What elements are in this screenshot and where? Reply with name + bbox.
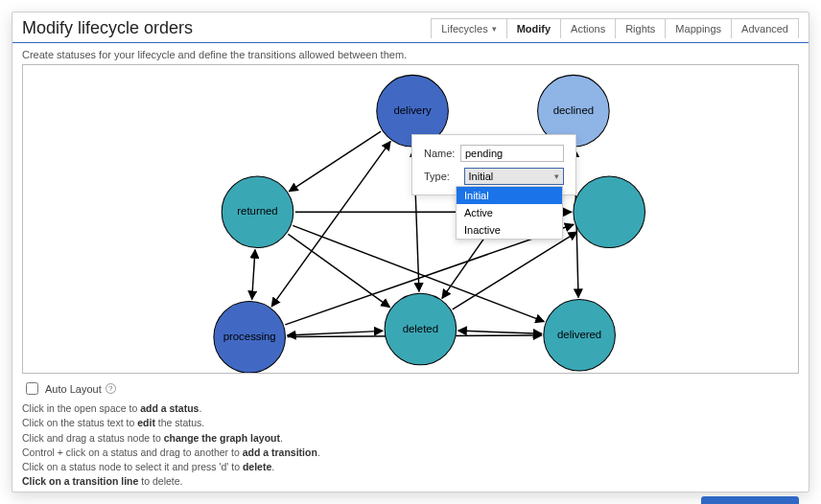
chevron-down-icon: ▾ xyxy=(492,24,497,34)
type-label: Type: xyxy=(424,171,464,182)
tab-actions[interactable]: Actions xyxy=(560,18,616,38)
status-node-processing[interactable]: processing xyxy=(214,302,286,374)
status-node-label[interactable]: processing xyxy=(223,331,276,342)
transition-edge[interactable] xyxy=(453,232,577,309)
status-name-input[interactable] xyxy=(460,145,564,162)
status-node-label[interactable]: deleted xyxy=(403,323,438,334)
help-text: Click in the open space to add a status.… xyxy=(22,401,799,489)
svg-point-3 xyxy=(574,176,645,248)
auto-layout-label: Auto Layout xyxy=(45,383,102,395)
status-node-label[interactable]: returned xyxy=(237,205,277,217)
transition-edge[interactable] xyxy=(289,131,381,192)
page-title: Modify lifecycle orders xyxy=(22,18,193,38)
status-type-select[interactable]: Initial ▾ xyxy=(464,168,564,185)
status-node-pending[interactable] xyxy=(574,176,645,248)
tab-bar: Lifecycles▾ Modify Actions Rights Mappin… xyxy=(431,18,799,38)
auto-layout-checkbox[interactable] xyxy=(26,382,38,395)
transition-edge[interactable] xyxy=(252,250,255,300)
status-node-label[interactable]: delivered xyxy=(557,329,601,340)
transition-edge[interactable] xyxy=(458,331,542,333)
save-changes-button[interactable]: Save Changes xyxy=(701,496,799,504)
type-option-initial[interactable]: Initial xyxy=(457,187,562,204)
status-node-label[interactable]: declined xyxy=(553,104,594,116)
type-option-inactive[interactable]: Inactive xyxy=(457,221,562,239)
tab-mappings[interactable]: Mappings xyxy=(665,18,732,38)
status-node-label[interactable]: delivery xyxy=(393,104,432,116)
status-node-returned[interactable]: returned xyxy=(222,176,293,248)
lifecycle-graph[interactable]: deliverydeclinedreturnedprocessingdelete… xyxy=(22,64,799,374)
tab-advanced[interactable]: Advanced xyxy=(731,18,799,38)
tab-modify[interactable]: Modify xyxy=(506,18,561,38)
tab-lifecycles[interactable]: Lifecycles▾ xyxy=(431,18,506,38)
tab-rights[interactable]: Rights xyxy=(615,18,666,38)
name-label: Name: xyxy=(424,148,460,159)
transition-edge[interactable] xyxy=(288,331,384,335)
help-icon[interactable]: ? xyxy=(106,383,116,394)
chevron-down-icon: ▾ xyxy=(554,172,559,181)
type-option-active[interactable]: Active xyxy=(457,204,562,221)
page-description: Create statuses for your lifecycle and d… xyxy=(12,43,809,64)
status-type-dropdown: Initial Active Inactive xyxy=(456,186,563,240)
status-node-deleted[interactable]: deleted xyxy=(385,293,457,365)
transition-edge[interactable] xyxy=(288,234,389,307)
status-node-delivered[interactable]: delivered xyxy=(544,299,616,371)
